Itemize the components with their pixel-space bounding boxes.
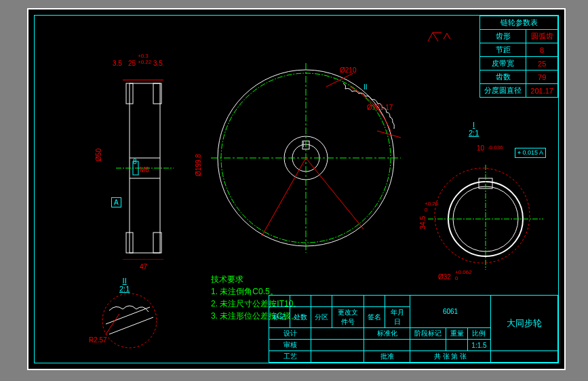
- dim-35a: 3.5: [113, 60, 122, 67]
- param-label: 皮带宽: [480, 57, 526, 71]
- dim-25-tol: +0.3 +0.22: [138, 53, 151, 65]
- surface-finish-icon: [425, 29, 452, 46]
- tb-zone: 分区: [311, 307, 332, 328]
- detail-view-i: [428, 151, 543, 273]
- param-value: 25: [526, 57, 558, 71]
- param-value: 圆弧齿: [526, 30, 558, 43]
- dim-m6: M6: [140, 166, 149, 174]
- tb-sign: 签名: [364, 307, 385, 328]
- dim-10: 10: [477, 144, 484, 152]
- tb-std: 标准化: [364, 328, 410, 340]
- dim-32: Ø32: [438, 273, 451, 281]
- dim-25: 25: [128, 60, 136, 67]
- section-i-label: I: [302, 141, 305, 148]
- param-label: 齿数: [480, 71, 526, 84]
- dim-35b: 3.5: [153, 60, 163, 67]
- tb-place: 处数: [290, 307, 311, 328]
- dim-199: Ø199.8: [195, 154, 202, 176]
- tb-scale: 1:1.5: [467, 340, 490, 351]
- svg-line-20: [262, 158, 306, 236]
- dim-r257: R2.57: [89, 336, 107, 344]
- dim-47: 47: [140, 263, 147, 270]
- tb-file: 更改文件号: [332, 307, 364, 328]
- tb-stage: 阶段标记: [410, 328, 446, 340]
- dim-8: 8: [133, 158, 137, 165]
- cad-viewport[interactable]: 链轮参数表 齿形圆弧齿 节距8 皮带宽25 齿数79 分度圆直径201.17 3…: [27, 8, 566, 370]
- svg-line-19: [377, 131, 401, 138]
- dim-201: Ø201.17: [367, 104, 393, 111]
- dim-50: Ø50: [95, 148, 102, 161]
- section-ii-label: II: [364, 83, 368, 91]
- tb-design: 设计: [269, 328, 311, 340]
- param-title: 链轮参数表: [480, 16, 558, 30]
- tech-title: 技术要求: [211, 273, 301, 285]
- gear-front-view: [211, 63, 401, 253]
- param-value: 201.17: [526, 84, 558, 98]
- tb-check: 审核: [269, 340, 311, 351]
- material: 6061: [410, 296, 491, 328]
- dim-345-tol: +0.26 0: [425, 201, 438, 213]
- dim-10-tol: -0.036: [488, 144, 503, 151]
- param-label: 齿形: [480, 30, 526, 43]
- dim-345: 34.5: [419, 216, 427, 229]
- param-value: 79: [526, 71, 558, 84]
- tb-approve: 批准: [364, 351, 410, 363]
- tb-weight: 重量: [446, 328, 468, 340]
- scale-i: I 2:1: [469, 121, 479, 137]
- param-label: 分度圆直径: [480, 84, 526, 98]
- svg-point-28: [102, 294, 157, 348]
- tb-prop: 比例: [467, 328, 490, 340]
- parameter-table: 链轮参数表 齿形圆弧齿 节距8 皮带宽25 齿数79 分度圆直径201.17: [479, 16, 558, 98]
- param-label: 节距: [480, 43, 526, 57]
- svg-line-21: [306, 158, 364, 229]
- side-view: [109, 63, 184, 260]
- title-block: 6061 大同步轮 标记 处数 分区 更改文件号 签名 年月日 设计 标准化 阶…: [269, 295, 558, 363]
- tb-total: 共 张 第 张: [410, 351, 491, 363]
- tb-craft: 工艺: [269, 351, 311, 363]
- tb-mark: 标记: [269, 307, 290, 328]
- svg-line-18: [326, 73, 353, 87]
- tb-date: 年月日: [385, 307, 410, 328]
- param-value: 8: [526, 43, 558, 57]
- dim-210: Ø210: [340, 66, 356, 74]
- datum-a: A: [111, 197, 121, 207]
- gtol-frame: ⌖ 0.015 A: [515, 148, 546, 158]
- drawing-frame: 链轮参数表 齿形圆弧齿 节距8 皮带宽25 齿数79 分度圆直径201.17 3…: [34, 15, 559, 363]
- dim-32-tol: +0.062 0: [455, 269, 472, 281]
- part-name: 大同步轮: [491, 296, 558, 351]
